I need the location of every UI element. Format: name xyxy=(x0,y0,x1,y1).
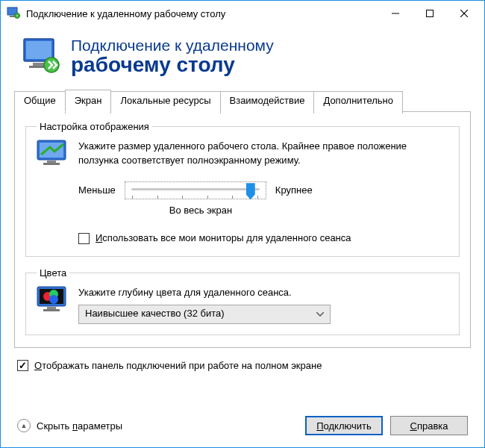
header-icon xyxy=(22,37,60,75)
chevron-up-icon: ▲ xyxy=(17,419,31,432)
close-button[interactable] xyxy=(447,2,481,25)
tab-strip: Общие Экран Локальные ресурсы Взаимодейс… xyxy=(1,89,484,111)
maximize-button[interactable] xyxy=(413,2,447,25)
colors-group: Цвета Укажите глубину цвета для удаленно… xyxy=(25,267,460,335)
colors-icon xyxy=(37,286,66,316)
tab-panel-screen: Настройка отображения Укажите размер уда… xyxy=(14,111,471,347)
svg-rect-1 xyxy=(10,16,15,17)
monitor-icon xyxy=(37,140,66,169)
window-title: Подключение к удаленному рабочему столу xyxy=(26,8,378,19)
size-slider[interactable] xyxy=(125,181,266,199)
app-icon: > xyxy=(7,7,20,20)
tab-local-resources[interactable]: Локальные ресурсы xyxy=(110,91,220,113)
slider-value-label: Во весь экран xyxy=(130,204,272,218)
svg-text:>: > xyxy=(16,13,19,18)
hide-options-label: Скрыть параметры xyxy=(37,420,122,432)
svg-rect-10 xyxy=(33,63,45,66)
connection-bar-label: Отображать панель подключений при работе… xyxy=(34,360,322,371)
connection-bar-checkbox[interactable] xyxy=(17,360,28,371)
minimize-button[interactable] xyxy=(378,2,413,25)
svg-rect-23 xyxy=(43,309,60,311)
svg-rect-9 xyxy=(26,41,51,59)
svg-rect-22 xyxy=(47,307,56,309)
slider-label-smaller: Меньше xyxy=(78,184,116,198)
tab-experience[interactable]: Взаимодействие xyxy=(220,91,315,113)
color-depth-value: Наивысшее качество (32 бита) xyxy=(85,307,225,321)
hide-options-toggle[interactable]: ▲ Скрыть параметры xyxy=(17,419,298,432)
display-config-legend: Настройка отображения xyxy=(37,121,152,132)
help-button[interactable]: Справка xyxy=(390,416,468,435)
tab-general[interactable]: Общие xyxy=(14,91,66,113)
display-config-group: Настройка отображения Укажите размер уда… xyxy=(25,121,460,256)
connection-bar-row: Отображать панель подключений при работе… xyxy=(17,360,468,371)
header-line2: рабочему столу xyxy=(71,54,274,75)
display-desc: Укажите размер удаленного рабочего стола… xyxy=(78,140,448,168)
rdc-window: > Подключение к удаленному рабочему стол… xyxy=(0,0,485,448)
color-depth-select[interactable]: Наивысшее качество (32 бита) xyxy=(78,305,331,324)
tab-screen[interactable]: Экран xyxy=(65,90,112,112)
chevron-down-icon xyxy=(316,307,324,321)
svg-rect-5 xyxy=(427,10,434,17)
all-monitors-label: Использовать все мои мониторы для удален… xyxy=(96,231,351,246)
header-line1: Подключение к удаленному xyxy=(71,37,274,54)
header: Подключение к удаленному рабочему столу xyxy=(1,26,484,89)
colors-desc: Укажите глубину цвета для удаленного сеа… xyxy=(78,286,448,300)
titlebar: > Подключение к удаленному рабочему стол… xyxy=(1,1,484,26)
colors-legend: Цвета xyxy=(37,267,69,279)
svg-rect-16 xyxy=(43,163,60,165)
svg-point-21 xyxy=(49,295,58,304)
tab-advanced[interactable]: Дополнительно xyxy=(313,91,403,113)
header-text: Подключение к удаленному рабочему столу xyxy=(71,37,274,75)
svg-rect-15 xyxy=(47,161,56,163)
connect-button[interactable]: Подключить xyxy=(305,416,383,435)
slider-label-larger: Крупнее xyxy=(275,184,313,198)
all-monitors-checkbox[interactable] xyxy=(78,233,90,244)
footer: ▲ Скрыть параметры Подключить Справка xyxy=(1,410,484,447)
